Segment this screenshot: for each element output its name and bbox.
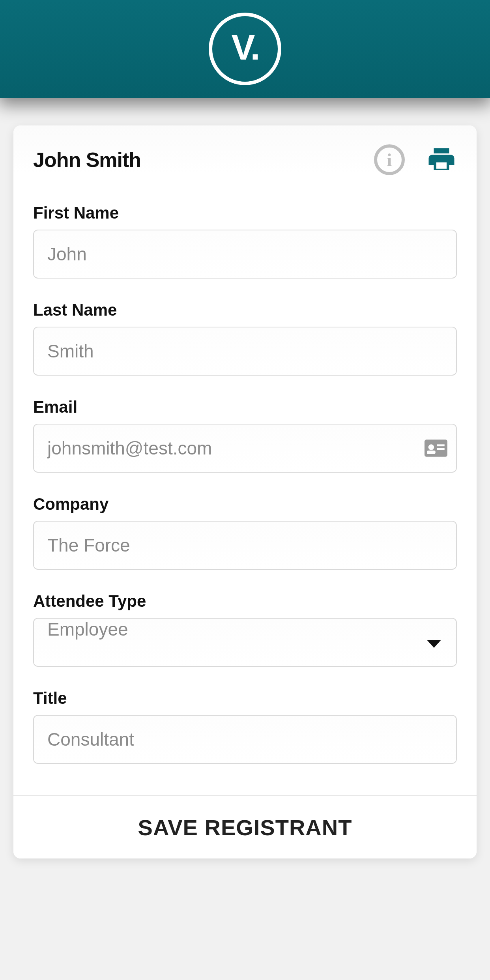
label-last-name: Last Name bbox=[33, 301, 457, 320]
label-title: Title bbox=[33, 689, 457, 708]
save-registrant-label: SAVE REGISTRANT bbox=[138, 815, 352, 840]
label-email: Email bbox=[33, 398, 457, 417]
contact-card-icon[interactable] bbox=[425, 439, 447, 457]
registrant-name-heading: John Smith bbox=[33, 148, 141, 172]
label-first-name: First Name bbox=[33, 204, 457, 223]
label-company: Company bbox=[33, 495, 457, 514]
svg-rect-4 bbox=[437, 448, 444, 450]
svg-point-1 bbox=[428, 444, 434, 450]
input-last-name[interactable] bbox=[33, 327, 457, 376]
registrant-card-body: John Smith i First Name Last Name bbox=[13, 125, 477, 795]
save-registrant-button[interactable]: SAVE REGISTRANT bbox=[13, 795, 477, 858]
svg-rect-2 bbox=[427, 451, 436, 454]
input-company[interactable] bbox=[33, 521, 457, 570]
brand-logo-text: V. bbox=[232, 30, 259, 65]
field-email: Email bbox=[33, 398, 457, 473]
registrant-card: John Smith i First Name Last Name bbox=[13, 125, 477, 858]
field-company: Company bbox=[33, 495, 457, 570]
app-header: V. bbox=[0, 0, 490, 98]
input-email[interactable] bbox=[33, 424, 457, 473]
printer-icon[interactable] bbox=[426, 144, 457, 175]
select-attendee-type[interactable]: Employee bbox=[33, 618, 457, 667]
card-header: John Smith i bbox=[33, 144, 457, 175]
card-header-actions: i bbox=[374, 144, 457, 175]
info-icon[interactable]: i bbox=[374, 144, 405, 175]
input-title[interactable] bbox=[33, 715, 457, 764]
svg-rect-3 bbox=[437, 444, 444, 446]
label-attendee-type: Attendee Type bbox=[33, 592, 457, 611]
input-first-name[interactable] bbox=[33, 230, 457, 279]
field-title: Title bbox=[33, 689, 457, 764]
brand-logo: V. bbox=[209, 13, 281, 85]
select-attendee-type-value: Employee bbox=[47, 619, 128, 640]
field-attendee-type: Attendee Type Employee bbox=[33, 592, 457, 667]
field-last-name: Last Name bbox=[33, 301, 457, 376]
field-first-name: First Name bbox=[33, 204, 457, 279]
